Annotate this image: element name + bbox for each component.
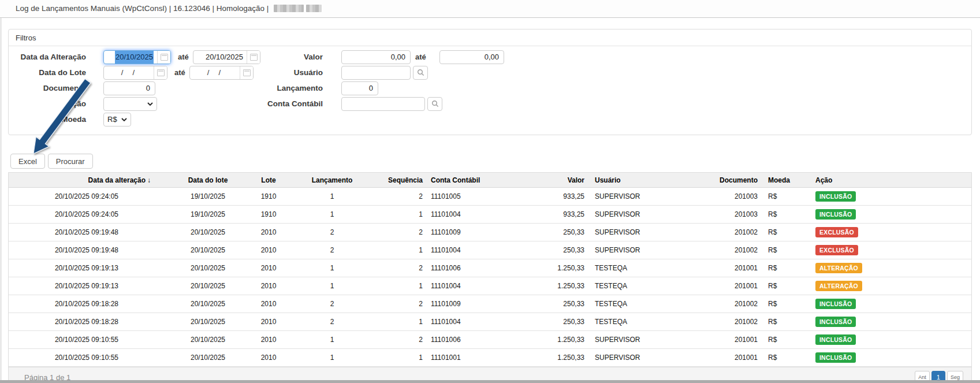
action-badge: EXCLUSÃO — [815, 227, 858, 238]
cell-data_lote: 20/10/2025 — [165, 313, 251, 331]
cell-valor: 250,33 — [540, 224, 589, 241]
valor-to-field[interactable] — [439, 50, 504, 64]
action-badge: INCLUSÃO — [815, 334, 856, 345]
table-row[interactable]: 20/10/2025 09:10:5520/10/202520101211101… — [9, 331, 971, 349]
cell-sequencia: 2 — [378, 259, 427, 277]
action-badge: INCLUSÃO — [815, 352, 856, 363]
cell-documento: 201003 — [713, 188, 762, 206]
action-badge: INCLUSÃO — [815, 191, 856, 202]
data-lote-to-field[interactable] — [190, 66, 240, 79]
data-alteracao-to-input[interactable] — [193, 50, 260, 64]
cell-conta_contabil: 11101004 — [427, 206, 540, 224]
data-lote-label: Data do Lote — [18, 68, 86, 77]
documento-field[interactable] — [103, 81, 155, 95]
cell-valor: 1.250,33 — [540, 259, 589, 277]
lancamento-label: Lançamento — [252, 84, 323, 92]
cell-valor: 250,33 — [540, 313, 589, 331]
log-table-panel: Data da alteração↓Data do loteLoteLançam… — [8, 172, 972, 383]
until-label: até — [415, 53, 430, 61]
cell-lote: 2010 — [251, 241, 286, 259]
calendar-button[interactable] — [240, 66, 253, 79]
cell-usuario: SUPERVISOR — [589, 188, 713, 206]
cell-usuario: SUPERVISOR — [589, 331, 713, 349]
calendar-button[interactable] — [154, 66, 167, 79]
conta-contabil-field[interactable] — [341, 97, 425, 111]
cell-moeda: R$ — [762, 224, 808, 241]
column-header-lote[interactable]: Lote — [251, 173, 286, 188]
cell-data_alteracao: 20/10/2025 09:24:05 — [9, 206, 165, 224]
column-header-usuario[interactable]: Usuário — [589, 173, 713, 188]
cell-moeda: R$ — [762, 241, 808, 259]
cell-sequencia: 1 — [378, 277, 427, 295]
table-row[interactable]: 20/10/2025 09:24:0519/10/202519101211101… — [9, 188, 971, 206]
cell-data_alteracao: 20/10/2025 09:19:13 — [9, 277, 165, 295]
valor-from-field[interactable] — [341, 50, 411, 64]
redacted-text — [274, 5, 304, 12]
column-header-data_alteracao[interactable]: Data da alteração↓ — [9, 173, 165, 188]
table-row[interactable]: 20/10/2025 09:19:4820/10/202520102111101… — [9, 241, 971, 259]
table-row[interactable]: 20/10/2025 09:10:5520/10/202520101111101… — [9, 349, 971, 367]
cell-valor: 250,33 — [540, 241, 589, 259]
usuario-field[interactable] — [341, 66, 411, 80]
cell-valor: 933,25 — [540, 188, 589, 206]
table-row[interactable]: 20/10/2025 09:19:1320/10/202520101111101… — [9, 277, 971, 295]
cell-sequencia: 1 — [378, 349, 427, 367]
lancamento-field[interactable] — [341, 81, 378, 95]
cell-lote: 2010 — [251, 313, 286, 331]
cell-data_lote: 19/10/2025 — [165, 206, 251, 224]
cell-lote: 1910 — [251, 206, 286, 224]
cell-moeda: R$ — [762, 349, 808, 367]
data-lote-to-input[interactable] — [189, 66, 254, 80]
table-row[interactable]: 20/10/2025 09:18:2820/10/202520102111101… — [9, 313, 971, 331]
data-alteracao-to-field[interactable] — [193, 51, 247, 64]
table-row[interactable]: 20/10/2025 09:19:4820/10/202520102211101… — [9, 224, 971, 241]
cell-lancamento: 2 — [286, 224, 378, 241]
column-header-lancamento[interactable]: Lançamento — [286, 173, 378, 188]
cell-lote: 2010 — [251, 349, 286, 367]
acao-select[interactable] — [103, 97, 157, 111]
calendar-button[interactable] — [157, 51, 170, 64]
cell-data_lote: 20/10/2025 — [165, 295, 251, 313]
cell-acao: EXCLUSÃO — [808, 224, 971, 241]
column-header-valor[interactable]: Valor — [540, 173, 589, 188]
table-row[interactable]: 20/10/2025 09:19:1320/10/202520101211101… — [9, 259, 971, 277]
cell-valor: 1.250,33 — [540, 277, 589, 295]
cell-valor: 1.250,33 — [540, 331, 589, 349]
cell-data_lote: 20/10/2025 — [165, 224, 251, 241]
cell-data_alteracao: 20/10/2025 09:10:55 — [9, 331, 165, 349]
cell-data_alteracao: 20/10/2025 09:18:28 — [9, 295, 165, 313]
cell-acao: INCLUSÃO — [808, 349, 971, 367]
column-header-acao[interactable]: Ação — [808, 173, 971, 188]
chevron-down-icon — [121, 118, 127, 121]
cell-lote: 2010 — [251, 331, 286, 349]
cell-lancamento: 1 — [286, 331, 378, 349]
data-alteracao-from-input[interactable]: 20/10/2025 — [103, 50, 171, 64]
cell-usuario: TESTEQA — [589, 277, 713, 295]
redacted-text — [306, 5, 322, 12]
data-lote-from-input[interactable] — [103, 66, 167, 80]
procurar-button[interactable]: Procurar — [48, 154, 93, 169]
usuario-search-button[interactable] — [413, 66, 428, 80]
calendar-icon — [161, 54, 168, 61]
cell-lancamento: 1 — [286, 259, 378, 277]
calendar-icon — [243, 69, 251, 76]
table-row[interactable]: 20/10/2025 09:18:2820/10/202520102211101… — [9, 295, 971, 313]
table-row[interactable]: 20/10/2025 09:24:0519/10/202519101111101… — [9, 206, 971, 224]
column-header-moeda[interactable]: Moeda — [762, 173, 808, 188]
excel-button[interactable]: Excel — [10, 154, 45, 169]
data-lote-from-field[interactable] — [104, 66, 154, 79]
cell-data_alteracao: 20/10/2025 09:18:28 — [9, 313, 165, 331]
column-header-sequencia[interactable]: Sequência — [378, 173, 427, 188]
conta-contabil-search-button[interactable] — [427, 97, 442, 111]
cell-sequencia: 1 — [378, 313, 427, 331]
column-header-documento[interactable]: Documento — [713, 173, 762, 188]
cell-conta_contabil: 11101006 — [427, 331, 540, 349]
chevron-down-icon — [147, 102, 153, 106]
cell-usuario: SUPERVISOR — [589, 224, 713, 241]
column-header-conta_contabil[interactable]: Conta Contábil — [427, 173, 540, 188]
moeda-select[interactable]: R$ — [103, 113, 131, 127]
cell-sequencia: 1 — [378, 206, 427, 224]
filters-panel-title: Filtros — [9, 29, 971, 46]
action-badge: INCLUSÃO — [815, 209, 856, 220]
column-header-data_lote[interactable]: Data do lote — [165, 173, 251, 188]
